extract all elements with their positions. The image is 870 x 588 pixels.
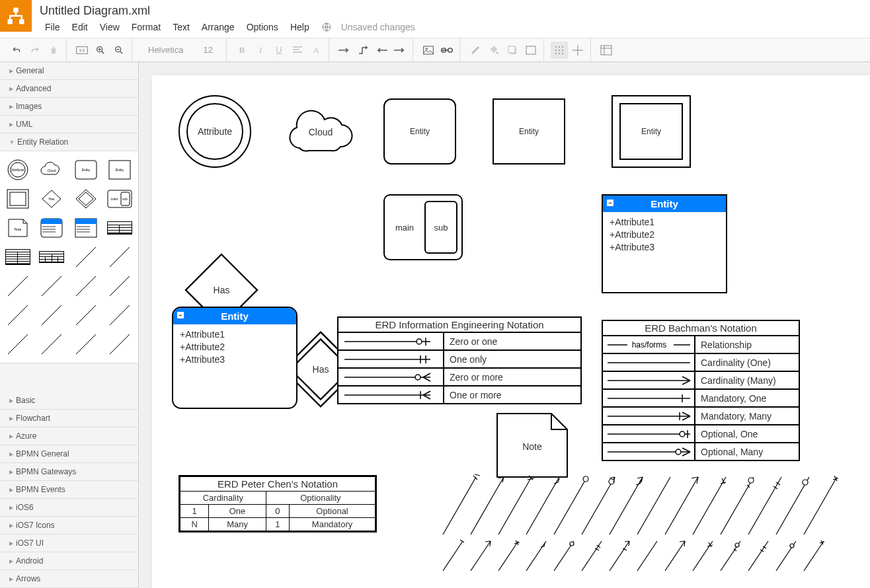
redo-icon[interactable] xyxy=(26,42,44,59)
menu-edit[interactable]: Edit xyxy=(67,20,93,34)
shape-entity-square[interactable]: Entity xyxy=(493,98,565,165)
palette-uml[interactable]: ▶UML xyxy=(0,116,138,133)
shape-entity-table-rounded[interactable]: −Entity +Attribute1 +Attribute2 +Attribu… xyxy=(172,307,297,409)
shape-note[interactable]: Note xyxy=(496,412,569,478)
italic-icon[interactable]: I xyxy=(252,42,269,59)
bold-icon[interactable]: B xyxy=(233,42,251,59)
palette-basic[interactable]: ▶Basic xyxy=(0,392,138,410)
thumb-entity-table-round[interactable] xyxy=(36,215,67,241)
thumb-entity-square[interactable]: Entity xyxy=(104,157,135,183)
arrow-start-icon[interactable] xyxy=(373,42,390,59)
zoom-in-icon[interactable] xyxy=(92,42,109,59)
zoom-out-icon[interactable] xyxy=(110,42,128,59)
thumb-has-diamond[interactable]: Has xyxy=(36,186,67,212)
thumb-line-1[interactable] xyxy=(71,244,101,270)
waypoint-icon[interactable] xyxy=(354,42,372,59)
svg-point-90 xyxy=(790,544,794,548)
menu-options[interactable]: Options xyxy=(241,20,284,34)
table-erd-bachman[interactable]: ERD Bachman's Notation has/formsRelation… xyxy=(602,320,800,461)
shape-entity-rounded[interactable]: Entity xyxy=(383,98,456,165)
palette-azure[interactable]: ▶Azure xyxy=(0,427,138,445)
thumb-has-diamond-double[interactable] xyxy=(71,186,101,212)
palette-flowchart[interactable]: ▶Flowchart xyxy=(0,410,138,427)
palette-android[interactable]: ▶Android xyxy=(0,552,138,570)
palette-entity-relation[interactable]: ▼Entity Relation xyxy=(0,133,138,151)
font-color-icon[interactable]: A xyxy=(307,42,325,59)
layout-icon[interactable] xyxy=(598,42,615,59)
palette-ios7-ui[interactable]: ▶iOS7 UI xyxy=(0,534,138,552)
connector-samples-bottom[interactable] xyxy=(436,538,859,577)
svg-point-88 xyxy=(570,542,574,546)
thumb-line-14[interactable] xyxy=(104,331,135,357)
menu-arrange[interactable]: Arrange xyxy=(196,20,240,34)
connector-straight-icon[interactable] xyxy=(336,42,353,59)
palette-bpmn-general[interactable]: ▶BPMN General xyxy=(0,445,138,463)
fill-color-icon[interactable] xyxy=(485,42,502,59)
thumb-line-12[interactable] xyxy=(36,331,67,357)
thumb-line-7[interactable] xyxy=(3,302,33,328)
arrow-end-icon[interactable] xyxy=(391,42,409,59)
font-name[interactable]: Helvetica xyxy=(139,45,192,55)
svg-rect-56 xyxy=(6,250,30,252)
doc-title[interactable]: Untitled Diagram.xml xyxy=(40,4,150,18)
thumb-line-4[interactable] xyxy=(36,273,67,299)
thumb-entity-double[interactable] xyxy=(3,186,33,212)
app-logo[interactable] xyxy=(0,0,32,32)
shadow-icon[interactable] xyxy=(504,42,521,59)
menu-format[interactable]: Format xyxy=(126,20,166,34)
thumb-entity-table[interactable] xyxy=(71,215,101,241)
zoom-reset-icon[interactable]: 1:1 xyxy=(73,42,91,59)
delete-icon[interactable] xyxy=(45,42,62,59)
grid-dots-icon[interactable] xyxy=(551,42,568,59)
canvas-area[interactable]: Attribute Cloud Entity Entity Entity Has… xyxy=(139,62,870,588)
thumb-line-5[interactable] xyxy=(71,273,101,299)
shape-entity-table[interactable]: −Entity +Attribute1 +Attribute2 +Attribu… xyxy=(602,194,727,293)
image-icon[interactable] xyxy=(420,42,437,59)
thumb-line-11[interactable] xyxy=(3,331,33,357)
palette-advanced[interactable]: ▶Advanced xyxy=(0,80,138,98)
undo-icon[interactable] xyxy=(8,42,25,59)
align-icon[interactable] xyxy=(289,42,306,59)
palette-bpmn-gateways[interactable]: ▶BPMN Gateways xyxy=(0,463,138,481)
shape-mainsub[interactable]: main sub xyxy=(383,194,463,260)
thumb-cloud[interactable]: Cloud xyxy=(36,157,67,183)
menu-help[interactable]: Help xyxy=(285,20,315,34)
thumb-line-10[interactable] xyxy=(104,302,135,328)
palette-ios6[interactable]: ▶iOS6 xyxy=(0,499,138,517)
thumb-chen[interactable] xyxy=(36,244,67,270)
font-size[interactable]: 12 xyxy=(194,45,221,55)
thumb-erd-ie[interactable] xyxy=(104,215,135,241)
palette-general[interactable]: ▶General xyxy=(0,62,138,80)
thumb-line-3[interactable] xyxy=(3,273,33,299)
palette-bpmn-events[interactable]: ▶BPMN Events xyxy=(0,481,138,499)
thumb-line-8[interactable] xyxy=(36,302,67,328)
thumb-entity-round[interactable]: Entity xyxy=(71,157,101,183)
guides-icon[interactable] xyxy=(569,42,586,59)
underline-icon[interactable]: U xyxy=(270,42,288,59)
palette-arrows[interactable]: ▶Arrows xyxy=(0,570,138,588)
thumb-erd-bachman[interactable] xyxy=(3,244,33,270)
thumb-mainsub[interactable]: mainsub xyxy=(104,186,135,212)
table-erd-ie[interactable]: ERD Information Engineering Notation Zer… xyxy=(337,316,582,404)
thumb-line-6[interactable] xyxy=(104,273,135,299)
shape-attribute[interactable]: Attribute xyxy=(178,95,251,168)
shape-cloud[interactable]: Cloud xyxy=(281,102,360,161)
menu-file[interactable]: File xyxy=(40,20,65,34)
line-color-icon[interactable] xyxy=(467,42,484,59)
thumb-line-2[interactable] xyxy=(104,244,135,270)
thumb-note[interactable]: Note xyxy=(3,215,33,241)
thumb-line-13[interactable] xyxy=(71,331,101,357)
svg-rect-52 xyxy=(120,228,132,230)
canvas[interactable]: Attribute Cloud Entity Entity Entity Has… xyxy=(152,75,870,588)
thumb-attribute[interactable]: Attribute xyxy=(3,157,33,183)
table-erd-chen[interactable]: ERD Peter Chen's Notation CardinalityOpt… xyxy=(178,475,377,533)
menu-view[interactable]: View xyxy=(95,20,125,34)
palette-ios7-icons[interactable]: ▶iOS7 Icons xyxy=(0,517,138,534)
menu-text[interactable]: Text xyxy=(167,20,195,34)
link-icon[interactable] xyxy=(438,42,455,59)
shape-entity-double[interactable]: Entity xyxy=(612,95,691,168)
globe-icon[interactable] xyxy=(321,22,332,32)
shape-none-icon[interactable] xyxy=(522,42,539,59)
thumb-line-9[interactable] xyxy=(71,302,101,328)
palette-images[interactable]: ▶Images xyxy=(0,98,138,116)
